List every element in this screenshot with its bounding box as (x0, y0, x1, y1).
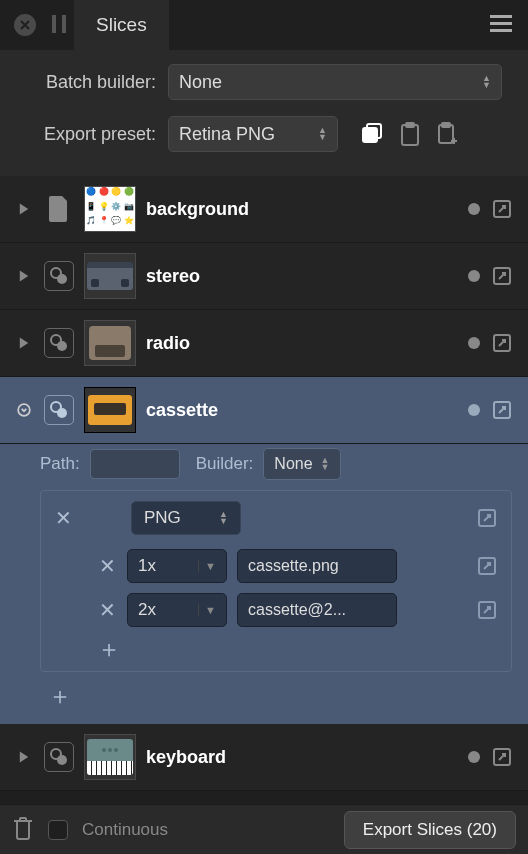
slice-name: cassette (146, 400, 458, 421)
trash-button[interactable] (12, 816, 34, 843)
status-dot (468, 404, 480, 416)
page-icon (44, 194, 74, 224)
chevron-down-icon: ▼ (198, 604, 216, 616)
settings-section: Batch builder: None ▲▼ Export preset: Re… (0, 50, 528, 176)
slice-list[interactable]: 🔵🔴🟡🟢📱💡⚙️📷🎵📍💬⭐ background stereo (0, 176, 528, 804)
export-link-icon[interactable] (490, 331, 514, 355)
remove-scale-button[interactable]: ✕ (97, 554, 117, 578)
export-slices-button[interactable]: Export Slices (20) (344, 811, 516, 849)
disclosure-icon[interactable] (14, 269, 34, 283)
slice-name: keyboard (146, 747, 458, 768)
slices-tab[interactable]: Slices (74, 0, 169, 50)
footer: Continuous Export Slices (20) (0, 804, 528, 854)
svg-rect-4 (490, 29, 512, 32)
group-icon (44, 395, 74, 425)
slice-row-cassette[interactable]: cassette (0, 377, 528, 444)
tab-label: Slices (96, 14, 147, 36)
continuous-checkbox[interactable] (48, 820, 68, 840)
filename-value: cassette.png (248, 557, 339, 575)
caret-icon: ▲▼ (318, 127, 327, 141)
preset-copy-icon[interactable] (358, 120, 386, 148)
builder-label: Builder: (196, 454, 254, 474)
scale-dropdown[interactable]: 2x ▼ (127, 593, 227, 627)
svg-point-25 (57, 755, 67, 765)
chevron-down-icon: ▼ (198, 560, 216, 572)
remove-scale-button[interactable]: ✕ (97, 598, 117, 622)
caret-icon: ▲▼ (219, 511, 228, 525)
group-icon (44, 742, 74, 772)
format-header: ✕ PNG ▲▼ (53, 501, 499, 535)
caret-icon: ▲▼ (482, 75, 491, 89)
builder-value: None (274, 455, 312, 473)
dock-icon[interactable] (52, 15, 66, 36)
titlebar: Slices (0, 0, 528, 50)
slice-thumbnail (84, 320, 136, 366)
slice-row-keyboard[interactable]: keyboard (0, 724, 528, 791)
slice-name: background (146, 199, 458, 220)
slice-row-radio[interactable]: radio (0, 310, 528, 377)
group-icon (44, 328, 74, 358)
batch-builder-dropdown[interactable]: None ▲▼ (168, 64, 502, 100)
export-preset-value: Retina PNG (179, 124, 275, 145)
export-link-icon[interactable] (475, 506, 499, 530)
svg-rect-0 (52, 15, 56, 33)
batch-builder-row: Batch builder: None ▲▼ (16, 64, 512, 100)
export-link-icon[interactable] (475, 598, 499, 622)
slices-panel: Slices Batch builder: None ▲▼ Export pre… (0, 0, 528, 854)
svg-rect-5 (363, 128, 377, 142)
svg-point-19 (57, 408, 67, 418)
path-input[interactable] (90, 449, 180, 479)
svg-rect-1 (62, 15, 66, 33)
scale-dropdown[interactable]: 1x ▼ (127, 549, 227, 583)
export-link-icon[interactable] (475, 554, 499, 578)
remove-format-button[interactable]: ✕ (53, 506, 73, 530)
export-preset-dropdown[interactable]: Retina PNG ▲▼ (168, 116, 338, 152)
group-icon (44, 261, 74, 291)
panel-menu-button[interactable] (474, 15, 528, 36)
slice-thumbnail (84, 253, 136, 299)
continuous-label: Continuous (82, 820, 168, 840)
scale-value: 1x (138, 556, 156, 576)
add-scale-button[interactable]: ＋ (53, 637, 499, 661)
status-dot (468, 203, 480, 215)
slice-thumbnail: 🔵🔴🟡🟢📱💡⚙️📷🎵📍💬⭐ (84, 186, 136, 232)
status-dot (468, 270, 480, 282)
export-button-label: Export Slices (20) (363, 820, 497, 839)
slice-detail-cassette: Path: Builder: None ▲▼ ✕ PNG ▲▼ (0, 444, 528, 724)
preset-clipboard-add-icon[interactable] (434, 120, 462, 148)
disclosure-icon[interactable] (14, 202, 34, 216)
slice-thumbnail (84, 387, 136, 433)
scale-row-1x: ✕ 1x ▼ cassette.png (53, 549, 499, 583)
path-builder-row: Path: Builder: None ▲▼ (40, 448, 512, 480)
slice-row-stereo[interactable]: stereo (0, 243, 528, 310)
batch-builder-label: Batch builder: (16, 72, 156, 93)
filename-field[interactable]: cassette.png (237, 549, 397, 583)
disclosure-icon[interactable] (14, 750, 34, 764)
format-block: ✕ PNG ▲▼ ✕ 1x ▼ casse (40, 490, 512, 672)
export-link-icon[interactable] (490, 197, 514, 221)
export-link-icon[interactable] (490, 398, 514, 422)
export-link-icon[interactable] (490, 745, 514, 769)
svg-point-12 (57, 274, 67, 284)
disclosure-icon[interactable] (14, 336, 34, 350)
disclosure-icon[interactable] (14, 403, 34, 417)
slice-name: radio (146, 333, 458, 354)
batch-builder-value: None (179, 72, 222, 93)
path-label: Path: (40, 454, 80, 474)
filename-value: cassette@2... (248, 601, 346, 619)
export-link-icon[interactable] (490, 264, 514, 288)
filename-field[interactable]: cassette@2... (237, 593, 397, 627)
close-button[interactable] (14, 14, 36, 36)
scale-value: 2x (138, 600, 156, 620)
slice-row-background[interactable]: 🔵🔴🟡🟢📱💡⚙️📷🎵📍💬⭐ background (0, 176, 528, 243)
builder-dropdown[interactable]: None ▲▼ (263, 448, 340, 480)
svg-rect-2 (490, 15, 512, 18)
preset-clipboard-icon[interactable] (396, 120, 424, 148)
svg-point-15 (57, 341, 67, 351)
status-dot (468, 751, 480, 763)
format-dropdown[interactable]: PNG ▲▼ (131, 501, 241, 535)
export-preset-label: Export preset: (16, 124, 156, 145)
export-preset-row: Export preset: Retina PNG ▲▼ (16, 116, 512, 152)
slice-thumbnail (84, 734, 136, 780)
add-format-button[interactable]: ＋ (40, 684, 512, 708)
